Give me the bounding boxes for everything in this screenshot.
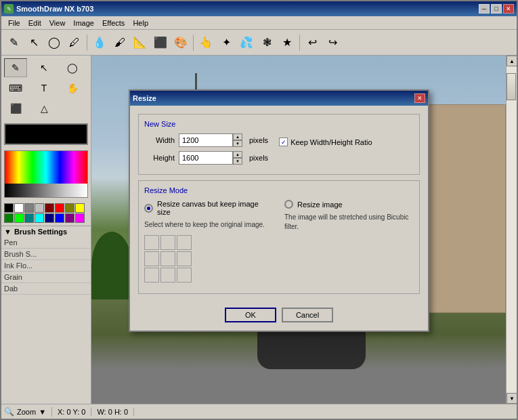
tool-brush[interactable]: ✎: [4, 33, 23, 52]
close-button[interactable]: ✕: [503, 4, 514, 14]
swatch-red[interactable]: [55, 203, 64, 213]
tool-flower[interactable]: ❃: [257, 33, 276, 52]
swatch-blue[interactable]: [55, 213, 64, 223]
swatch-gray[interactable]: [24, 203, 34, 213]
resize-dialog: Resize ✕ New Size Width: [129, 89, 429, 332]
tool-zoom[interactable]: ⬛: [4, 99, 27, 118]
height-input[interactable]: [179, 151, 233, 165]
tool-colorpick[interactable]: 🎨: [171, 33, 190, 52]
height-spin-down[interactable]: ▼: [233, 158, 242, 165]
resize-mode-section: Resize Mode Resize canvas but keep image…: [138, 180, 420, 294]
option1-row: Resize canvas but keep image size: [144, 200, 274, 216]
v-scrollbar: ▲ ▼: [506, 56, 517, 404]
menu-view[interactable]: View: [45, 18, 70, 28]
width-spin-up[interactable]: ▲: [233, 133, 242, 140]
swatch-fuchsia[interactable]: [75, 213, 85, 223]
maximize-button[interactable]: □: [491, 4, 502, 14]
option2-row: Resize image: [284, 200, 414, 209]
tool-line[interactable]: 📐: [131, 33, 150, 52]
tool-shape[interactable]: △: [33, 99, 56, 118]
height-row: Height ▲ ▼ pixels: [144, 151, 268, 165]
separator-1: [87, 35, 87, 51]
ok-button[interactable]: OK: [225, 308, 276, 322]
new-size-section: New Size Width ▲: [138, 114, 420, 175]
swatch-maroon[interactable]: [45, 203, 54, 213]
height-spin-up[interactable]: ▲: [233, 151, 242, 158]
tool-star[interactable]: ★: [278, 33, 297, 52]
tool-marker[interactable]: 🖌: [110, 33, 129, 52]
swatch-cyan[interactable]: [35, 213, 44, 223]
tool-fill[interactable]: ⬛: [151, 33, 170, 52]
tool-water[interactable]: 💦: [237, 33, 256, 52]
menu-edit[interactable]: Edit: [24, 18, 45, 28]
tool-cursor[interactable]: ↖: [33, 58, 56, 77]
scroll-track[interactable]: [506, 66, 517, 393]
separator-3: [299, 35, 300, 51]
menu-image[interactable]: Image: [69, 18, 98, 28]
select-where-label: Select where to keep the original image.: [144, 220, 274, 230]
width-input[interactable]: [179, 133, 233, 147]
option1-radio[interactable]: [144, 204, 153, 213]
panel-brush[interactable]: Brush S...: [1, 249, 91, 260]
swatch-teal[interactable]: [24, 213, 34, 223]
brush-settings-header[interactable]: ▼ Brush Settings: [1, 226, 91, 237]
minimize-button[interactable]: ─: [479, 4, 490, 14]
color-palette[interactable]: [4, 150, 88, 198]
zoom-label[interactable]: Zoom: [17, 408, 36, 416]
dialog-title: Resize: [133, 94, 156, 102]
option1-area: Resize canvas but keep image size Select…: [144, 200, 274, 288]
swatch-green[interactable]: [4, 213, 14, 223]
tool-type[interactable]: ⌨: [4, 79, 27, 98]
swatch-white[interactable]: [14, 203, 24, 213]
grid-1-0[interactable]: [144, 251, 159, 266]
swatch-black[interactable]: [4, 203, 14, 213]
tool-redo[interactable]: ↪: [323, 33, 342, 52]
tool-undo[interactable]: ↩: [303, 33, 322, 52]
cancel-button[interactable]: Cancel: [282, 308, 333, 322]
width-spin-down[interactable]: ▼: [233, 140, 242, 147]
dialog-close-button[interactable]: ✕: [414, 93, 425, 103]
tool-select[interactable]: ↖: [24, 33, 43, 52]
tool-airbrush[interactable]: 💧: [90, 33, 109, 52]
panel-inkflow[interactable]: Ink Flo...: [1, 260, 91, 272]
panel-grain[interactable]: Grain: [1, 272, 91, 283]
tool-blend[interactable]: ✦: [217, 33, 236, 52]
grid-2-2[interactable]: [177, 268, 192, 282]
scroll-thumb[interactable]: [506, 73, 516, 100]
grid-2-0[interactable]: [144, 268, 159, 282]
option2-radio[interactable]: [284, 200, 293, 209]
stretch-text: The image will be stretched using Bicubi…: [284, 213, 414, 232]
tool-smudge[interactable]: 👆: [196, 33, 215, 52]
dialog-body: New Size Width ▲: [130, 106, 428, 302]
keep-ratio-checkbox[interactable]: ✓: [279, 138, 288, 146]
swatch-olive[interactable]: [65, 203, 74, 213]
grid-0-2[interactable]: [177, 235, 192, 250]
color-preview[interactable]: [4, 123, 88, 145]
menu-file[interactable]: File: [4, 18, 24, 28]
grid-0-1[interactable]: [160, 235, 175, 250]
tool-text[interactable]: T: [33, 79, 56, 98]
menu-effects[interactable]: Effects: [98, 18, 129, 28]
grid-1-1[interactable]: [160, 251, 175, 266]
tool-erase[interactable]: ◯: [61, 58, 84, 77]
swatch-silver[interactable]: [35, 203, 44, 213]
tool-pen[interactable]: 🖊: [65, 33, 84, 52]
tool-eraser[interactable]: ◯: [45, 33, 64, 52]
grid-2-1[interactable]: [160, 268, 175, 282]
tool-hand[interactable]: ✋: [61, 79, 84, 98]
swatch-navy[interactable]: [45, 213, 54, 223]
grid-1-2[interactable]: [177, 251, 192, 266]
grid-0-0[interactable]: [144, 235, 159, 250]
panel-dab[interactable]: Dab: [1, 283, 91, 295]
canvas-area[interactable]: Resize ✕ New Size Width: [91, 56, 506, 404]
scroll-up[interactable]: ▲: [506, 56, 517, 66]
swatch-yellow[interactable]: [75, 203, 85, 213]
swatch-purple[interactable]: [65, 213, 74, 223]
panel-pen[interactable]: Pen: [1, 237, 91, 249]
menu-help[interactable]: Help: [129, 18, 152, 28]
height-input-wrap: ▲ ▼: [179, 151, 242, 165]
tool-draw[interactable]: ✎: [4, 58, 27, 77]
menu-bar: File Edit View Image Effects Help: [1, 16, 517, 30]
scroll-down[interactable]: ▼: [506, 393, 517, 404]
swatch-lime[interactable]: [14, 213, 24, 223]
